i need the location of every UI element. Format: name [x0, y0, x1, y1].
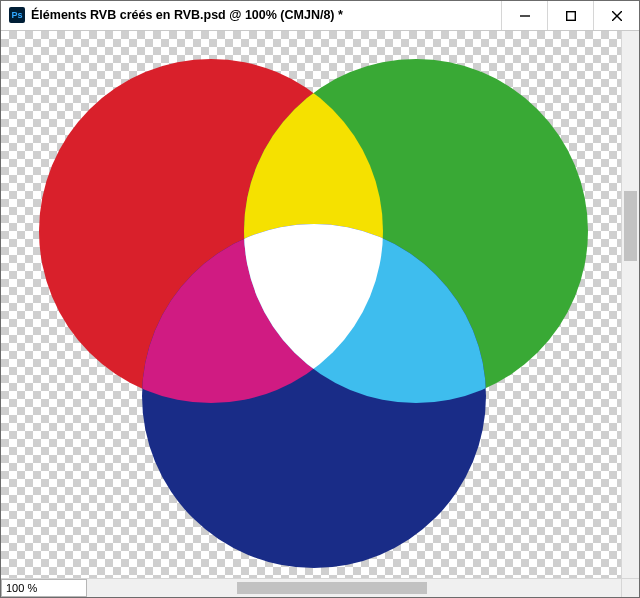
document-main [1, 31, 639, 578]
rgb-venn-diagram [1, 31, 621, 578]
zoom-input[interactable] [1, 579, 87, 597]
titlebar[interactable]: Ps Éléments RVB créés en RVB.psd @ 100% … [1, 1, 639, 31]
close-button[interactable] [593, 1, 639, 30]
vertical-scrollbar[interactable] [621, 31, 639, 578]
document-canvas[interactable] [1, 31, 621, 578]
close-icon [612, 11, 622, 21]
document-title: Éléments RVB créés en RVB.psd @ 100% (CM… [31, 1, 343, 30]
scrollbar-corner [621, 579, 639, 597]
maximize-button[interactable] [547, 1, 593, 30]
photoshop-icon: Ps [9, 7, 25, 23]
vertical-scrollbar-thumb[interactable] [624, 191, 637, 261]
document-window: Ps Éléments RVB créés en RVB.psd @ 100% … [0, 0, 640, 598]
titlebar-spacer [343, 1, 501, 30]
svg-rect-1 [566, 11, 575, 20]
horizontal-scrollbar[interactable] [87, 579, 621, 597]
statusbar [1, 578, 639, 597]
minimize-button[interactable] [501, 1, 547, 30]
minimize-icon [520, 11, 530, 21]
maximize-icon [566, 11, 576, 21]
horizontal-scrollbar-thumb[interactable] [237, 582, 427, 594]
